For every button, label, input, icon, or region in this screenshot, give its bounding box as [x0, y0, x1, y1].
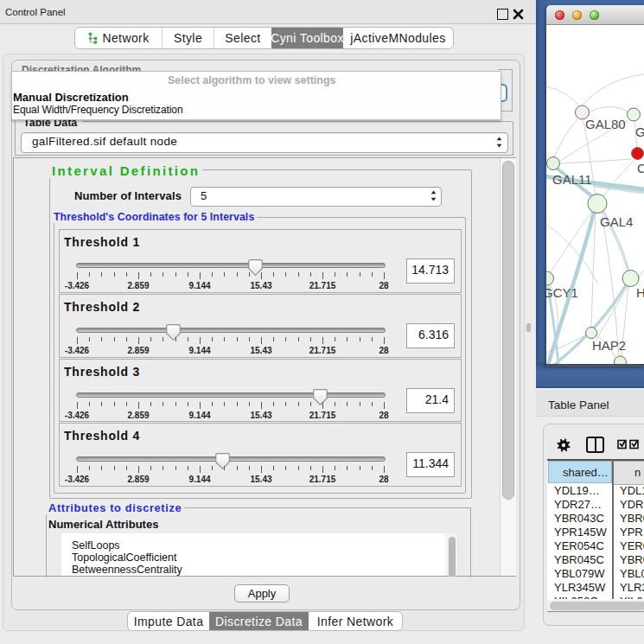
svg-text:GAL80: GAL80: [585, 117, 626, 131]
svg-text:GAL4: GAL4: [600, 214, 633, 229]
svg-text:HAP2: HAP2: [592, 338, 626, 353]
svg-text:GAL11: GAL11: [552, 172, 592, 187]
svg-text:G: G: [635, 124, 644, 139]
svg-text:C: C: [637, 161, 644, 175]
svg-text:H: H: [636, 285, 644, 300]
svg-text:GCY1: GCY1: [546, 285, 578, 300]
